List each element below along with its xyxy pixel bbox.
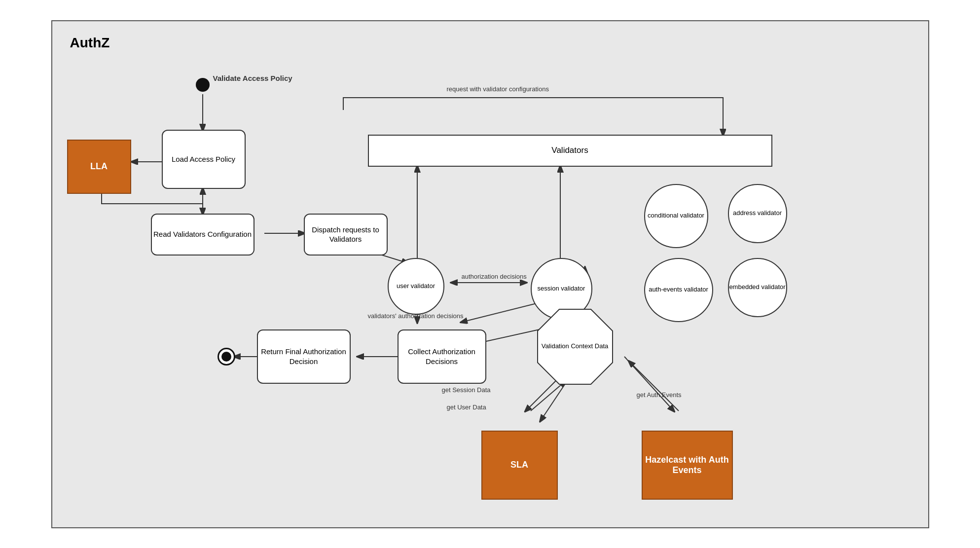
- embedded-validator: embedded validator: [728, 258, 787, 317]
- load-access-policy: Load Access Policy: [162, 130, 246, 189]
- sla-actor: SLA: [481, 431, 558, 500]
- user-validator: user validator: [388, 258, 444, 315]
- validate-label: Validate Access Policy: [213, 74, 292, 82]
- auth-events-validator: auth-events validator: [644, 258, 713, 322]
- address-validator: address validator: [728, 184, 787, 243]
- get-user-data-label: get User Data: [447, 403, 486, 411]
- read-validators-config: Read Validators Configuration: [151, 214, 254, 256]
- conditional-validator: conditional validator: [644, 184, 708, 248]
- get-session-data-label: get Session Data: [442, 386, 491, 394]
- dispatch-requests: Dispatch requests to Validators: [304, 214, 388, 256]
- validators-auth-decisions-label: validators' authorization decisions: [368, 312, 464, 320]
- svg-line-21: [629, 362, 679, 411]
- hazelcast-actor: Hazelcast with Auth Events: [642, 431, 733, 500]
- validation-context: Validation Context Data: [536, 307, 615, 386]
- return-final-decision: Return Final Authorization Decision: [257, 329, 351, 384]
- end-state: [218, 348, 235, 365]
- diagram-title: AuthZ: [70, 35, 110, 51]
- svg-line-20: [624, 357, 674, 411]
- collect-auth-decisions: Collect Authorization Decisions: [398, 329, 486, 384]
- start-state: [196, 78, 210, 92]
- authorization-decisions-label: authorization decisions: [462, 273, 527, 280]
- diagram-container: AuthZ: [51, 20, 929, 528]
- request-validator-label: request with validator configurations: [447, 85, 549, 93]
- lla-actor: LLA: [67, 140, 131, 194]
- validators-box: Validators: [368, 135, 772, 167]
- get-auth-events-label: get Auth Events: [637, 391, 682, 399]
